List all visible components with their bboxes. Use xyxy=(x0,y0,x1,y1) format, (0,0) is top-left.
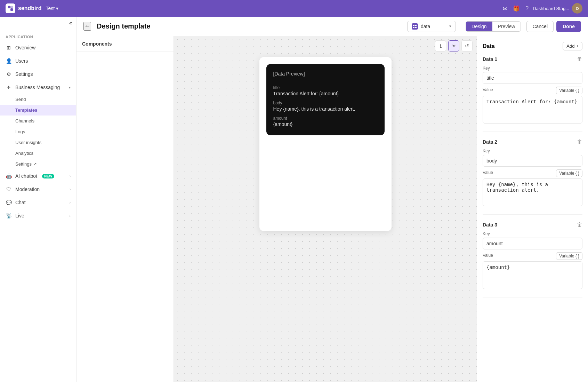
sidebar-item-overview-label: Overview xyxy=(15,45,35,50)
sidebar-item-settings-sub[interactable]: Settings ↗ xyxy=(0,159,76,169)
sidebar-item-analytics[interactable]: Analytics xyxy=(0,148,76,159)
page-header: ← Design template data ▾ Design Preview xyxy=(76,17,588,36)
tab-preview-label: Preview xyxy=(498,24,515,29)
data-item-1-title: Data 1 xyxy=(483,56,497,62)
sidebar-item-templates-label: Templates xyxy=(15,108,37,113)
users-icon: 👤 xyxy=(6,58,12,64)
plus-icon: + xyxy=(576,43,579,49)
data-item-3-header: Data 3 🗑 xyxy=(483,222,582,228)
ai-chatbot-chevron-icon: › xyxy=(70,174,71,178)
sidebar-item-channels-label: Channels xyxy=(15,118,34,124)
mail-icon[interactable]: ✉ xyxy=(503,5,507,12)
canvas-area[interactable]: ℹ ☀ ↺ [Data Preview] title Transaction A… xyxy=(174,36,477,382)
info-icon: ℹ xyxy=(440,43,442,49)
data-item-3-value-label: Value xyxy=(483,253,493,258)
svg-rect-0 xyxy=(8,6,10,8)
data-item-3: Data 3 🗑 Key Value Variable { } {amount} xyxy=(483,222,582,297)
data-item-1-variable-button[interactable]: Variable { } xyxy=(556,87,582,94)
user-menu[interactable]: Dashboard Stag... D xyxy=(533,3,582,14)
settings-icon: ⚙ xyxy=(6,71,12,77)
data-item-1-delete-button[interactable]: 🗑 xyxy=(577,56,582,62)
data-item-2-delete-button[interactable]: 🗑 xyxy=(577,139,582,145)
data-item-2-value-row: Value Variable { } xyxy=(483,169,582,177)
ai-chatbot-group[interactable]: 🤖 AI chatbot NEW › xyxy=(0,169,76,183)
data-item-3-key-input[interactable] xyxy=(483,238,582,249)
data-item-1-value-textarea[interactable]: Transaction Alert for: {amount} xyxy=(483,96,582,124)
cancel-button[interactable]: Cancel xyxy=(526,21,554,32)
overview-icon: ⊞ xyxy=(6,45,12,51)
sidebar: « APPLICATION ⊞ Overview 👤 Users ⚙ Setti… xyxy=(0,17,76,382)
collapse-icon: « xyxy=(69,20,72,26)
svg-rect-5 xyxy=(413,27,414,28)
data-selector-dropdown[interactable]: data ▾ xyxy=(407,21,456,32)
data-item-1-value-label: Value xyxy=(483,87,493,92)
sidebar-item-channels[interactable]: Channels xyxy=(0,116,76,126)
sidebar-item-templates[interactable]: Templates xyxy=(0,105,76,116)
back-button[interactable]: ← xyxy=(83,22,91,31)
user-name: Dashboard Stag... xyxy=(533,6,569,11)
data-item-1-header: Data 1 🗑 xyxy=(483,56,582,62)
sidebar-item-analytics-label: Analytics xyxy=(15,151,33,156)
data-item-2-value-textarea[interactable]: Hey {name}, this is a transaction alert. xyxy=(483,178,582,206)
data-selector-icon xyxy=(412,23,418,30)
business-messaging-group[interactable]: ✈ Business Messaging ▾ xyxy=(0,81,76,94)
field-label-title: title xyxy=(273,85,378,90)
avatar-initial: D xyxy=(575,6,579,11)
live-icon: 📡 xyxy=(6,213,12,219)
sidebar-item-send-label: Send xyxy=(15,97,26,102)
message-card: [Data Preview] title Transaction Alert f… xyxy=(266,64,385,135)
topnav-icons: ✉ 🎁 ? xyxy=(503,5,529,12)
sidebar-item-settings[interactable]: ⚙ Settings xyxy=(0,67,76,81)
chat-chevron-icon: › xyxy=(70,201,71,205)
add-data-button[interactable]: Add + xyxy=(563,42,582,50)
sidebar-item-overview[interactable]: ⊞ Overview xyxy=(0,41,76,54)
topnav: sendbird Test ▾ ✉ 🎁 ? Dashboard Stag... … xyxy=(0,0,588,17)
page-title: Design template xyxy=(97,22,402,30)
data-item-3-delete-button[interactable]: 🗑 xyxy=(577,222,582,228)
tab-preview[interactable]: Preview xyxy=(492,22,521,31)
svg-rect-2 xyxy=(10,6,13,8)
data-item-3-value-textarea[interactable]: {amount} xyxy=(483,261,582,289)
moderation-group[interactable]: 🛡 Moderation › xyxy=(0,183,76,196)
data-item-2-variable-button[interactable]: Variable { } xyxy=(556,169,582,177)
data-item-1-key-label: Key xyxy=(483,66,582,71)
sidebar-item-logs[interactable]: Logs xyxy=(0,126,76,137)
components-panel-header: Components xyxy=(76,36,174,52)
data-item-3-value-row: Value Variable { } xyxy=(483,252,582,260)
help-icon[interactable]: ? xyxy=(525,5,529,11)
sidebar-item-send[interactable]: Send xyxy=(0,94,76,105)
data-item-3-variable-button[interactable]: Variable { } xyxy=(556,252,582,260)
app-chevron-icon: ▾ xyxy=(56,6,58,11)
tab-design[interactable]: Design xyxy=(466,22,492,31)
svg-rect-4 xyxy=(415,25,417,26)
chat-icon: 💬 xyxy=(6,199,12,206)
field-value-title: Transaction Alert for: {amount} xyxy=(273,91,378,96)
chat-group[interactable]: 💬 Chat › xyxy=(0,196,76,209)
light-mode-btn[interactable]: ☀ xyxy=(448,40,459,51)
info-icon-btn[interactable]: ℹ xyxy=(435,40,446,51)
avatar: D xyxy=(572,3,582,14)
gift-icon[interactable]: 🎁 xyxy=(513,5,520,12)
data-item-3-key-label: Key xyxy=(483,231,582,236)
message-card-header: [Data Preview] xyxy=(273,71,378,81)
sidebar-collapse-button[interactable]: « xyxy=(0,17,76,29)
field-value-body: Hey {name}, this is a transaction alert. xyxy=(273,106,378,112)
sidebar-item-user-insights-label: User insights xyxy=(15,140,41,145)
live-group[interactable]: 📡 Live › xyxy=(0,209,76,222)
sidebar-item-users-label: Users xyxy=(15,58,28,64)
back-icon: ← xyxy=(84,23,90,30)
data-item-2-key-input[interactable] xyxy=(483,155,582,167)
field-value-amount: {amount} xyxy=(273,121,378,127)
logo: sendbird xyxy=(6,3,42,13)
app-name: Test xyxy=(46,6,55,11)
sidebar-section-application: APPLICATION xyxy=(0,29,76,41)
data-item-2: Data 2 🗑 Key Value Variable { } Hey {nam… xyxy=(483,139,582,215)
sidebar-item-user-insights[interactable]: User insights xyxy=(0,137,76,148)
add-label: Add xyxy=(566,43,574,49)
data-item-1-key-input[interactable] xyxy=(483,72,582,84)
app-selector[interactable]: Test ▾ xyxy=(46,6,59,11)
dark-mode-btn[interactable]: ↺ xyxy=(461,40,473,51)
sidebar-item-users[interactable]: 👤 Users xyxy=(0,54,76,67)
data-item-1-value-row: Value Variable { } xyxy=(483,87,582,94)
done-button[interactable]: Done xyxy=(556,21,581,32)
